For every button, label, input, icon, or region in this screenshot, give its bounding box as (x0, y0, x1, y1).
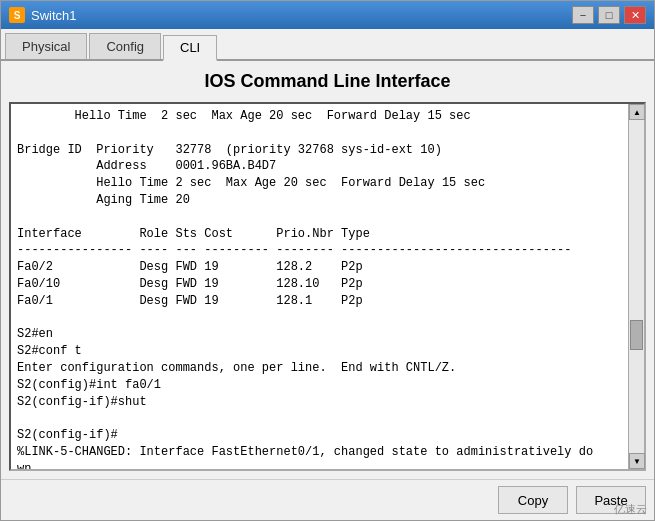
scrollbar[interactable]: ▲ ▼ (628, 104, 644, 469)
cli-output[interactable]: Hello Time 2 sec Max Age 20 sec Forward … (11, 104, 628, 469)
scrollbar-thumb[interactable] (630, 320, 643, 350)
copy-button[interactable]: Copy (498, 486, 568, 514)
bottom-bar: Copy Paste (1, 479, 654, 520)
title-controls: − □ ✕ (572, 6, 646, 24)
tab-bar: Physical Config CLI (1, 29, 654, 61)
watermark: 亿速云 (614, 502, 647, 517)
tab-cli[interactable]: CLI (163, 35, 217, 61)
tab-physical[interactable]: Physical (5, 33, 87, 59)
close-button[interactable]: ✕ (624, 6, 646, 24)
cli-wrapper: Hello Time 2 sec Max Age 20 sec Forward … (11, 104, 644, 469)
scrollbar-track[interactable] (629, 120, 644, 453)
tab-config[interactable]: Config (89, 33, 161, 59)
title-bar: S Switch1 − □ ✕ (1, 1, 654, 29)
page-title: IOS Command Line Interface (1, 61, 654, 98)
maximize-button[interactable]: □ (598, 6, 620, 24)
main-window: S Switch1 − □ ✕ Physical Config CLI IOS … (0, 0, 655, 521)
title-bar-left: S Switch1 (9, 7, 77, 23)
window-title: Switch1 (31, 8, 77, 23)
minimize-button[interactable]: − (572, 6, 594, 24)
cli-container: Hello Time 2 sec Max Age 20 sec Forward … (9, 102, 646, 471)
scroll-down-button[interactable]: ▼ (629, 453, 645, 469)
scroll-up-button[interactable]: ▲ (629, 104, 645, 120)
window-icon: S (9, 7, 25, 23)
